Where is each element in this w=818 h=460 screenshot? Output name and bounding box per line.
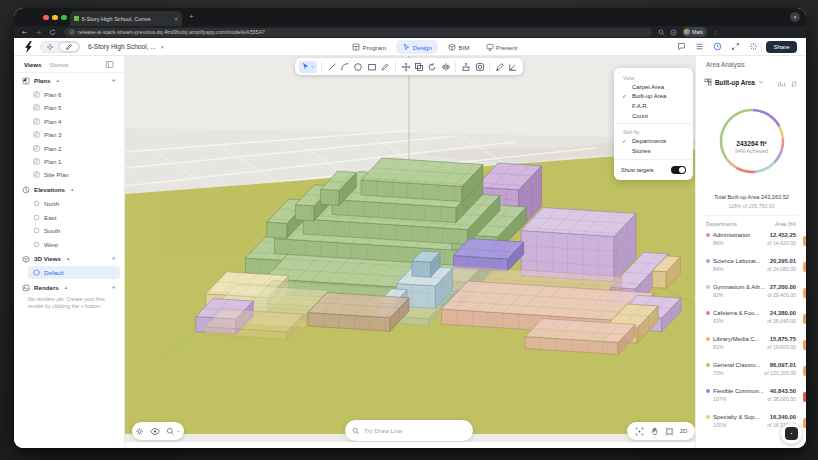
forward-icon[interactable] [35, 29, 42, 36]
app-logo[interactable] [24, 41, 33, 53]
section-elevations[interactable]: Elevations▲ [14, 183, 124, 196]
sidebar-item-north[interactable]: North [28, 197, 120, 210]
tool-pushpull[interactable] [460, 61, 471, 73]
tool-move[interactable] [400, 61, 411, 73]
list-icon[interactable] [695, 42, 704, 51]
section-plans[interactable]: Plans▲+ [14, 74, 124, 87]
command-search[interactable]: Try Draw Line [345, 420, 473, 441]
maximize-window-button[interactable] [61, 15, 67, 21]
tab-stories[interactable]: Stories [49, 61, 68, 68]
ai-mode-button[interactable] [41, 42, 59, 52]
scene-3d[interactable] [125, 56, 695, 442]
profile-chip[interactable]: Mark [682, 27, 707, 37]
sidebar-item-plan-1[interactable]: Plan 1 [28, 155, 120, 168]
section-renders[interactable]: Renders▲+ [14, 281, 124, 294]
sidebar-item-plan-6[interactable]: Plan 6 [28, 88, 120, 101]
tab-views[interactable]: Views [24, 61, 41, 68]
share-button[interactable]: Share [766, 41, 797, 53]
department-row[interactable]: Cafeteria & Foo...24,380.0093%of 26,040.… [706, 310, 806, 336]
document-title[interactable]: 6-Story High School, ...▼ [88, 43, 165, 50]
minimize-window-button[interactable] [52, 15, 58, 21]
department-row[interactable]: Science Laborat...20,295.0184%of 24,080.… [706, 258, 806, 284]
extensions-icon[interactable] [670, 29, 677, 36]
tool-arc[interactable] [339, 61, 350, 73]
add-icon[interactable]: + [111, 283, 116, 292]
sidebar-item-plan-2[interactable]: Plan 2 [28, 142, 120, 155]
add-icon[interactable]: + [111, 254, 116, 263]
col-departments[interactable]: Departments [706, 221, 737, 227]
sidebar-item-site-plan[interactable]: Site Plan [28, 168, 120, 181]
close-window-button[interactable] [43, 15, 49, 21]
feedback-widget[interactable]: ▪ [781, 423, 802, 444]
sidebar-item-east[interactable]: East [28, 211, 120, 224]
menu-view-built-up-area[interactable]: ✓Built-up Area [614, 92, 693, 102]
mode-2d-button[interactable]: 2D [680, 428, 688, 434]
department-row[interactable]: Administration12,452.2586%of 14,420.00 [706, 232, 806, 258]
tab-search-button[interactable]: ▾ [790, 12, 800, 22]
browser-menu-icon[interactable]: ⋮ [712, 29, 718, 36]
menu-view-carpet-area[interactable]: Carpet Area [614, 82, 693, 92]
back-icon[interactable] [21, 29, 28, 36]
display-settings-icon[interactable] [135, 427, 144, 436]
tool-offset[interactable] [474, 61, 485, 73]
history-icon[interactable] [713, 42, 722, 51]
refresh-icon[interactable] [49, 29, 56, 36]
dept-status-chip [803, 392, 806, 402]
menu-view-count[interactable]: Count [614, 111, 693, 121]
massing-block-brown-row [308, 293, 409, 332]
tool-rotate[interactable] [427, 61, 438, 73]
sidebar-item-plan-4[interactable]: Plan 4 [28, 115, 120, 128]
url-bar[interactable]: release-ai-stack-stream-previous.dq.4lzd… [64, 28, 652, 37]
sidebar-item-west[interactable]: West [28, 238, 120, 251]
fit-view-icon[interactable] [635, 427, 644, 436]
department-row[interactable]: Library/Media C...15,875.7581%of 19,600.… [706, 336, 806, 362]
sidebar-item-plan-3[interactable]: Plan 3 [28, 128, 120, 141]
menu-view-f-a-r-[interactable]: F.A.R. [614, 101, 693, 111]
sidebar-item-default[interactable]: Default [28, 266, 120, 279]
browser-tab[interactable]: 6-Story High School, Conve × [70, 11, 182, 26]
new-tab-button[interactable]: + [189, 13, 194, 21]
donut-subtitle: 94% Achieved [696, 148, 806, 154]
donut-value: 243264 ft² [696, 140, 806, 147]
add-icon[interactable]: + [111, 76, 116, 85]
tool-line[interactable] [326, 61, 337, 73]
nav-tab-program[interactable]: Program [346, 40, 392, 54]
pan-hand-icon[interactable] [650, 427, 659, 436]
department-row[interactable]: Gymnasium & Ath...27,200.0092%of 29,400.… [706, 284, 806, 310]
comments-icon[interactable] [677, 42, 686, 51]
collapse-panel-icon[interactable] [105, 60, 114, 69]
tool-rectangle[interactable] [366, 61, 377, 73]
search-icon[interactable] [658, 29, 665, 36]
zoom-icon[interactable] [166, 427, 175, 436]
col-area[interactable]: Area (ft²) [775, 221, 796, 227]
nav-tab-design[interactable]: Design [396, 40, 438, 54]
tool-mirror[interactable] [440, 61, 451, 73]
sidebar-item-plan-5[interactable]: Plan 5 [28, 101, 120, 114]
nav-tab-bim[interactable]: BIM [442, 40, 476, 54]
tool-pen[interactable] [494, 61, 505, 73]
tool-copy[interactable] [413, 61, 424, 73]
tab-close-icon[interactable]: × [174, 16, 178, 22]
viewport-3d[interactable]: View Carpet Area✓Built-up AreaF.A.R.Coun… [125, 56, 695, 442]
department-row[interactable]: General Classro...86,097.0170%of 123,200… [706, 362, 806, 388]
nav-tab-present[interactable]: Present [480, 40, 524, 54]
sidebar-item-south[interactable]: South [28, 224, 120, 237]
dept-target: of 123,200.00 [764, 370, 796, 376]
menu-sort-departments[interactable]: ✓Departments [614, 136, 693, 146]
tool-stylus[interactable] [380, 61, 391, 73]
menu-sort-stories[interactable]: Stories [614, 146, 693, 156]
settings-sparkle-icon[interactable] [749, 42, 758, 51]
section-3d-views[interactable]: 3D Views▲+ [14, 252, 124, 265]
tool-protractor[interactable] [508, 61, 519, 73]
sort-icon[interactable] [790, 80, 798, 88]
fullscreen-icon[interactable] [731, 42, 740, 51]
chart-icon[interactable] [777, 80, 785, 88]
tool-select[interactable] [299, 61, 317, 73]
orbit-icon[interactable] [665, 427, 674, 436]
show-targets-toggle[interactable] [671, 166, 686, 174]
department-row[interactable]: Flexible Common...40,843.50107%of 38,000… [706, 388, 806, 414]
tool-circle[interactable] [353, 61, 364, 73]
visibility-icon[interactable] [150, 427, 160, 436]
edit-mode-button[interactable] [59, 42, 79, 52]
metric-selector[interactable]: Built-up Area [704, 78, 764, 86]
